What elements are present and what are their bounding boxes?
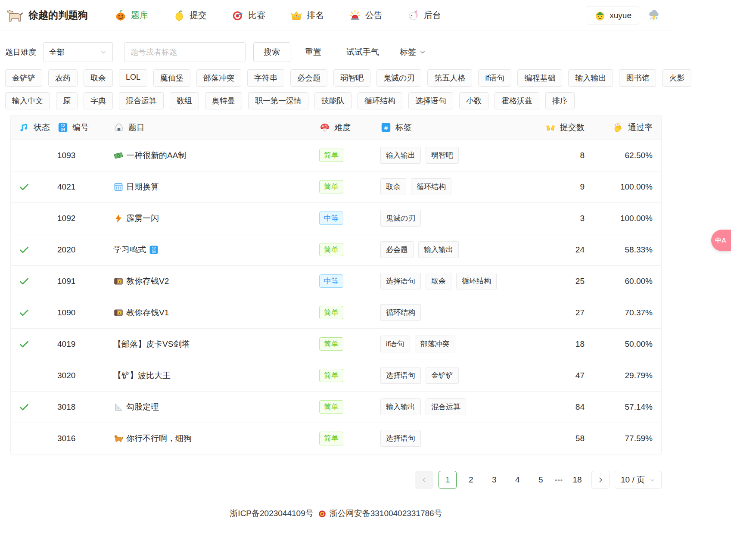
pagination-ellipsis[interactable]: ••• bbox=[555, 476, 563, 484]
nav-item-题库[interactable]: 题库 bbox=[115, 9, 148, 22]
psb-record[interactable]: 浙公网安备33100402331786号 bbox=[318, 508, 442, 519]
nav-item-提交[interactable]: 提交 bbox=[173, 9, 207, 22]
pagination-page-1[interactable]: 1 bbox=[439, 471, 457, 489]
pagination-page-5[interactable]: 5 bbox=[532, 471, 550, 489]
pagination-page-3[interactable]: 3 bbox=[485, 471, 503, 489]
pagination-page-18[interactable]: 18 bbox=[568, 471, 586, 489]
tag-chip[interactable]: 金铲铲 bbox=[5, 69, 42, 87]
tag-chip[interactable]: 输入输出 bbox=[568, 69, 613, 87]
row-tag-chip[interactable]: 选择语句 bbox=[380, 273, 421, 289]
table-body: 1093一种很新的AA制简单输入输出弱智吧862.50%4021日期换算简单取余… bbox=[11, 140, 661, 454]
pagination-page-4[interactable]: 4 bbox=[508, 471, 526, 489]
tags-toggle-button[interactable]: 标签 bbox=[395, 42, 430, 62]
row-tag-chip[interactable]: 输入输出 bbox=[418, 241, 459, 258]
problem-link[interactable]: 霹雳一闪 bbox=[113, 213, 319, 224]
icp-record[interactable]: 浙ICP备2023044109号 bbox=[230, 508, 313, 519]
tag-chip[interactable]: 魔仙堡 bbox=[153, 69, 190, 87]
search-button[interactable]: 搜索 bbox=[253, 42, 290, 62]
nav-item-后台[interactable]: 后台 bbox=[407, 9, 441, 22]
pagination: 12345•••1810 / 页 bbox=[0, 471, 662, 489]
tag-chip[interactable]: 技能队 bbox=[314, 92, 352, 109]
tag-chip[interactable]: LOL bbox=[119, 69, 147, 87]
lucky-button[interactable]: 试试手气 bbox=[336, 42, 389, 62]
problem-link[interactable]: 【铲】波比大王 bbox=[113, 370, 319, 381]
row-tag-chip[interactable]: if语句 bbox=[380, 336, 410, 352]
nav-item-公告[interactable]: 公告 bbox=[349, 9, 383, 22]
tag-chip[interactable]: 原 bbox=[56, 92, 78, 109]
nav-item-比赛[interactable]: 比赛 bbox=[232, 9, 265, 22]
user-menu-button[interactable]: xuyue bbox=[587, 6, 639, 25]
tag-chip[interactable]: 选择语句 bbox=[408, 92, 453, 109]
tag-chip[interactable]: 必会题 bbox=[290, 69, 327, 87]
psb-badge-icon bbox=[318, 509, 327, 518]
tag-chip[interactable]: 混合运算 bbox=[119, 92, 164, 109]
tag-chip[interactable]: if语句 bbox=[478, 69, 511, 87]
brand[interactable]: 徐越的判题狗 bbox=[6, 7, 88, 24]
row-tag-chip[interactable]: 弱智吧 bbox=[426, 147, 459, 164]
row-tag-chip[interactable]: 取余 bbox=[380, 178, 406, 195]
nav-item-label: 排名 bbox=[307, 9, 324, 21]
row-tag-chip[interactable]: 循环结构 bbox=[380, 304, 421, 321]
tag-chip[interactable]: 职一第一深情 bbox=[248, 92, 308, 109]
tag-chip[interactable]: 鬼滅の刃 bbox=[376, 69, 421, 87]
footer: 浙ICP备2023044109号 浙公网安备33100402331786号 bbox=[0, 508, 672, 519]
tag-chip[interactable]: 农药 bbox=[48, 69, 78, 87]
floating-widget-button[interactable]: 中A bbox=[711, 230, 731, 251]
problem-link[interactable]: 【部落】皮卡VS剑塔 bbox=[113, 339, 319, 350]
tag-chip[interactable]: 字典 bbox=[84, 92, 113, 109]
problem-link[interactable]: ¥教你存钱V2 bbox=[113, 276, 319, 287]
chevron-down-icon bbox=[419, 49, 426, 56]
problem-link[interactable]: 勾股定理 bbox=[113, 401, 319, 413]
problem-link[interactable]: 日期换算 bbox=[113, 181, 319, 193]
table-row: 1092霹雳一闪中等鬼滅の刃3100.00% bbox=[11, 202, 661, 234]
tag-chip[interactable]: 字符串 bbox=[247, 69, 284, 87]
pass-rate-cell: 62.50% bbox=[589, 140, 661, 171]
row-tag-chip[interactable]: 金铲铲 bbox=[426, 367, 459, 384]
search-input[interactable] bbox=[124, 42, 246, 62]
weather-widget[interactable] bbox=[648, 9, 661, 22]
tag-chip[interactable]: 部落冲突 bbox=[196, 69, 241, 87]
row-tag-chip[interactable]: 选择语句 bbox=[380, 367, 421, 384]
nav-item-排名[interactable]: 排名 bbox=[290, 9, 324, 22]
difficulty-select[interactable]: 全部 bbox=[43, 42, 113, 62]
tag-chip[interactable]: 霍格沃兹 bbox=[495, 92, 539, 109]
tag-chip[interactable]: 编程基础 bbox=[517, 69, 562, 87]
row-tag-chip[interactable]: 选择语句 bbox=[380, 430, 421, 447]
tag-chip[interactable]: 奥特曼 bbox=[205, 92, 242, 109]
row-tag-chip[interactable]: 输入输出 bbox=[380, 398, 421, 415]
problem-link[interactable]: ¥教你存钱V1 bbox=[113, 307, 319, 318]
pagination-next-button[interactable] bbox=[591, 471, 610, 489]
row-tag-chip[interactable]: 输入输出 bbox=[380, 147, 421, 164]
title-cell: 勾股定理 bbox=[113, 391, 319, 423]
column-header-难度: 难度 bbox=[319, 115, 380, 140]
tag-chip[interactable]: 输入中文 bbox=[5, 92, 50, 109]
tag-chip[interactable]: 数组 bbox=[170, 92, 199, 109]
tag-chip[interactable]: 小数 bbox=[459, 92, 488, 109]
problem-link[interactable]: 一种很新的AA制 bbox=[113, 150, 319, 161]
row-tag-chip[interactable]: 部落冲突 bbox=[415, 336, 455, 352]
pagination-page-2[interactable]: 2 bbox=[462, 471, 480, 489]
tag-chip[interactable]: 第五人格 bbox=[427, 69, 472, 87]
tag-chip[interactable]: 火影 bbox=[662, 69, 691, 87]
problem-id: 3020 bbox=[57, 360, 113, 391]
row-tag-chip[interactable]: 取余 bbox=[426, 273, 451, 289]
tag-chip[interactable]: 取余 bbox=[84, 69, 113, 87]
tag-chip[interactable]: 图书馆 bbox=[619, 69, 656, 87]
row-tag-chip[interactable]: 鬼滅の刃 bbox=[380, 210, 421, 227]
row-tag-chip[interactable]: 循环结构 bbox=[411, 178, 451, 195]
row-tag-chip[interactable]: 必会题 bbox=[380, 241, 414, 258]
check-icon bbox=[19, 181, 30, 193]
tag-chip[interactable]: 循环结构 bbox=[358, 92, 402, 109]
problem-link[interactable]: 学习鸣式1234 bbox=[113, 244, 319, 255]
tag-chip[interactable]: 排序 bbox=[545, 92, 575, 109]
row-tag-chip[interactable]: 混合运算 bbox=[426, 398, 466, 415]
table-row: 3020【铲】波比大王简单选择语句金铲铲4729.79% bbox=[11, 360, 661, 391]
row-tag-chip[interactable]: 循环结构 bbox=[456, 273, 497, 289]
difficulty-cell: 中等 bbox=[319, 202, 380, 234]
problem-link[interactable]: 你行不行啊，细狗 bbox=[113, 433, 319, 444]
chevron-left-icon bbox=[420, 476, 428, 484]
pagination-prev-button[interactable] bbox=[415, 471, 433, 489]
page-size-select[interactable]: 10 / 页 bbox=[615, 471, 662, 489]
tag-chip[interactable]: 弱智吧 bbox=[333, 69, 370, 87]
reset-button[interactable]: 重置 bbox=[295, 42, 332, 62]
